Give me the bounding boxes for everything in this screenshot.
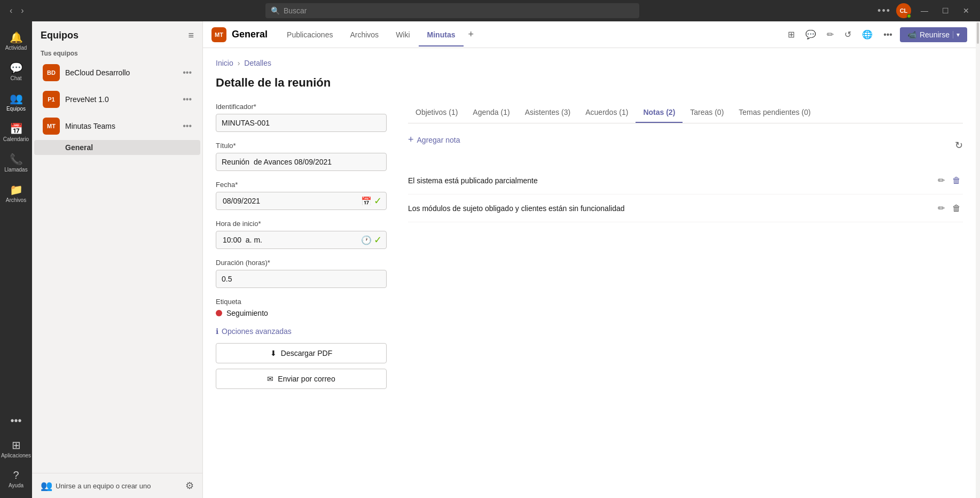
globe-icon-button[interactable]: 🌐 — [859, 27, 876, 42]
tab-publicaciones[interactable]: Publicaciones — [278, 23, 341, 46]
team-dots-prevenet[interactable]: ••• — [183, 95, 192, 104]
note-delete-button-2[interactable]: 🗑 — [950, 201, 963, 215]
sidebar-item-calendario[interactable]: 📅 Calendario — [0, 118, 32, 146]
sidebar-item-actividad[interactable]: 🔔 Actividad — [0, 27, 32, 55]
reunirse-chevron-icon[interactable]: ▾ — [953, 31, 960, 38]
reunirse-button[interactable]: 📹 Reunirse ▾ — [900, 27, 967, 42]
sidebar-item-llamadas[interactable]: 📞 Llamadas — [0, 149, 32, 177]
etiqueta-row: Seguimiento — [216, 309, 387, 317]
tab-notas[interactable]: Notas (2) — [636, 103, 683, 123]
sidebar-item-more[interactable]: ••• — [0, 410, 32, 432]
team-avatar-becloud: BD — [43, 64, 60, 81]
breadcrumb-sep: › — [238, 59, 240, 67]
tab-wiki[interactable]: Wiki — [387, 23, 418, 46]
breadcrumb-detalles: Detalles — [244, 59, 271, 67]
tab-agenda[interactable]: Agenda (1) — [465, 103, 517, 123]
tab-objetivos[interactable]: Objetivos (1) — [408, 103, 465, 123]
grid-icon-button[interactable]: ⊞ — [785, 27, 798, 42]
channel-name: General — [65, 143, 93, 152]
apps-label: Aplicaciones — [1, 453, 31, 458]
avatar[interactable]: CL — [896, 3, 911, 18]
chat-label: Chat — [10, 75, 21, 81]
tab-asistentes[interactable]: Asistentes (3) — [518, 103, 578, 123]
tab-tareas[interactable]: Tareas (0) — [683, 103, 731, 123]
team-dots-minutas[interactable]: ••• — [183, 121, 192, 131]
join-team-button[interactable]: 👥 Unirse a un equipo o crear uno — [41, 480, 181, 492]
sidebar-item-chat[interactable]: 💬 Chat — [0, 57, 32, 85]
page-title: Detalle de la reunión — [216, 76, 963, 90]
calls-icon: 📞 — [10, 153, 23, 166]
nav-back-button[interactable]: ‹ — [6, 5, 15, 17]
enviar-correo-button[interactable]: ✉ Enviar por correo — [216, 369, 387, 389]
sidebar-item-equipos[interactable]: 👥 Equipos — [0, 88, 32, 116]
fecha-label: Fecha* — [216, 181, 387, 189]
etiqueta-text: Seguimiento — [226, 309, 268, 317]
identificador-input[interactable] — [216, 114, 387, 132]
apps-icon: ⊞ — [12, 439, 21, 452]
hora-input[interactable] — [221, 231, 359, 248]
calendar-field-icon[interactable]: 📅 — [361, 196, 372, 206]
note-delete-button-1[interactable]: 🗑 — [950, 174, 963, 188]
nav-forward-button[interactable]: › — [18, 5, 27, 17]
search-bar[interactable]: 🔍 — [265, 3, 639, 18]
team-item-becloud[interactable]: BD BeCloud Desarrollo ••• — [34, 60, 200, 85]
opciones-avanzadas-button[interactable]: ℹ Opciones avanzadas — [216, 327, 387, 336]
add-note-button[interactable]: + Agregar nota — [408, 134, 460, 145]
refresh-icon-button[interactable]: ↺ — [841, 27, 854, 42]
team-name-becloud: BeCloud Desarrollo — [65, 68, 183, 77]
filter-icon[interactable]: ≡ — [188, 30, 194, 41]
more-actions-button[interactable]: ••• — [880, 28, 896, 42]
note-text-2: Los módulos de sujeto obligado y cliente… — [408, 204, 936, 213]
titulo-input[interactable] — [216, 153, 387, 171]
refresh-notes-button[interactable]: ↻ — [955, 139, 963, 151]
close-button[interactable]: ✕ — [959, 5, 974, 16]
tab-temas[interactable]: Temas pendientes (0) — [731, 103, 818, 123]
teams-title: Equipos — [41, 30, 79, 41]
sidebar-item-ayuda[interactable]: ? Ayuda — [0, 465, 32, 493]
reunirse-label: Reunirse — [920, 30, 950, 39]
team-dots-becloud[interactable]: ••• — [183, 68, 192, 77]
note-item-2: Los módulos de sujeto obligado y cliente… — [408, 194, 963, 222]
teams-header: Equipos ≡ — [32, 21, 202, 45]
add-note-label: Agregar nota — [417, 136, 460, 144]
tab-archivos[interactable]: Archivos — [341, 23, 387, 46]
fecha-input[interactable] — [221, 192, 359, 209]
duracion-label: Duración (horas)* — [216, 259, 387, 267]
team-item-prevenet[interactable]: P1 PreveNet 1.0 ••• — [34, 87, 200, 112]
more-options-button[interactable]: ••• — [877, 5, 891, 17]
info-icon: ℹ — [216, 327, 218, 336]
descargar-pdf-button[interactable]: ⬇ Descargar PDF — [216, 343, 387, 363]
tab-minutas[interactable]: Minutas — [419, 23, 464, 46]
scroll-thumb[interactable] — [977, 22, 979, 44]
channel-item-general[interactable]: General — [34, 140, 200, 155]
note-edit-button-1[interactable]: ✏ — [936, 173, 947, 188]
add-note-row: + Agregar nota ↻ — [408, 134, 963, 156]
add-tab-button[interactable]: + — [464, 29, 478, 40]
field-etiqueta: Etiqueta Seguimiento — [216, 298, 387, 317]
note-edit-button-2[interactable]: ✏ — [936, 201, 947, 215]
team-item-minutas[interactable]: MT Minutas Teams ••• — [34, 113, 200, 139]
teams-icon: 👥 — [10, 92, 23, 105]
tab-acuerdos[interactable]: Acuerdos (1) — [578, 103, 636, 123]
breadcrumb-inicio[interactable]: Inicio — [216, 59, 233, 67]
plus-icon: + — [408, 134, 414, 145]
minimize-button[interactable]: — — [916, 5, 932, 16]
clock-icon[interactable]: 🕐 — [361, 235, 372, 245]
breadcrumb: Inicio › Detalles — [216, 59, 963, 67]
sidebar-item-aplicaciones[interactable]: ⊞ Aplicaciones — [0, 434, 32, 463]
settings-icon[interactable]: ⚙ — [185, 480, 194, 492]
etiqueta-label: Etiqueta — [216, 298, 387, 306]
opciones-label: Opciones avanzadas — [222, 327, 292, 336]
chat-icon-button[interactable]: 💬 — [802, 27, 819, 42]
search-input[interactable] — [265, 3, 639, 18]
fecha-check-icon: ✓ — [374, 195, 382, 207]
title-bar-left: ‹ › — [6, 5, 27, 17]
sidebar-item-archivos[interactable]: 📁 Archivos — [0, 179, 32, 207]
note-actions-2: ✏ 🗑 — [936, 201, 963, 215]
duracion-input[interactable] — [216, 270, 387, 288]
edit-icon-button[interactable]: ✏ — [824, 27, 837, 42]
note-actions-1: ✏ 🗑 — [936, 173, 963, 188]
content-area[interactable]: Inicio › Detalles Detalle de la reunión … — [203, 48, 976, 498]
maximize-button[interactable]: ☐ — [938, 5, 953, 16]
fecha-input-group: 📅 ✓ — [216, 192, 387, 210]
